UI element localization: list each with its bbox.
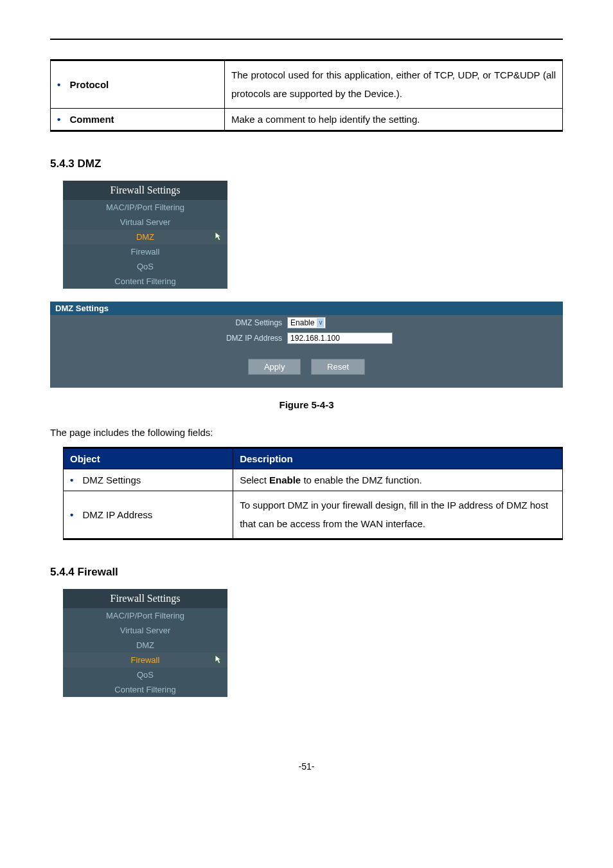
- bullet-icon: •: [57, 79, 67, 90]
- bullet-icon: •: [57, 114, 67, 125]
- menu-header: Firewall Settings: [63, 589, 227, 608]
- dmz-settings-select-value: Enable: [290, 318, 314, 327]
- page-top-rule: [50, 39, 563, 40]
- menu-item-content-filtering[interactable]: Content Filtering: [63, 274, 227, 289]
- row-label: • Protocol: [51, 60, 225, 109]
- row-label-text: DMZ Settings: [82, 475, 141, 485]
- menu-item-mac-ip-port-filtering[interactable]: MAC/IP/Port Filtering: [63, 608, 227, 623]
- bullet-icon: •: [70, 509, 80, 520]
- page-number: -51-: [50, 761, 563, 772]
- firewall-settings-menu: Firewall Settings MAC/IP/Port Filtering …: [63, 181, 227, 289]
- menu-item-dmz[interactable]: DMZ: [63, 230, 227, 244]
- row-desc: Make a comment to help identify the sett…: [224, 109, 562, 131]
- firewall-settings-menu-2: Firewall Settings MAC/IP/Port Filtering …: [63, 589, 227, 697]
- reset-button[interactable]: Reset: [311, 359, 365, 375]
- menu-item-qos[interactable]: QoS: [63, 667, 227, 682]
- menu-item-label: DMZ: [136, 232, 154, 242]
- apply-button[interactable]: Apply: [248, 359, 301, 375]
- figure-caption: Figure 5-4-3: [50, 399, 563, 410]
- row-label: • DMZ Settings: [64, 469, 233, 491]
- dmz-settings-select[interactable]: Enable v: [287, 317, 326, 329]
- row-label-text: DMZ IP Address: [82, 509, 152, 520]
- section-heading-firewall: 5.4.4 Firewall: [50, 566, 563, 579]
- dmz-ip-input[interactable]: 192.168.1.100: [287, 332, 393, 344]
- dmz-settings-panel: DMZ Settings DMZ Settings Enable v DMZ I…: [50, 302, 563, 388]
- row-desc: To support DMZ in your firewall design, …: [233, 491, 563, 539]
- row-desc: The protocol used for this application, …: [224, 60, 562, 109]
- menu-header: Firewall Settings: [63, 181, 227, 200]
- menu-item-label: Firewall: [131, 655, 160, 665]
- dmz-settings-label: DMZ Settings: [50, 318, 286, 327]
- section-heading-dmz: 5.4.3 DMZ: [50, 158, 563, 170]
- bullet-icon: •: [70, 475, 80, 485]
- chevron-down-icon: v: [317, 318, 324, 327]
- dmz-ip-label: DMZ IP Address: [50, 334, 286, 343]
- menu-item-virtual-server[interactable]: Virtual Server: [63, 623, 227, 638]
- menu-item-mac-ip-port-filtering[interactable]: MAC/IP/Port Filtering: [63, 200, 227, 215]
- menu-item-virtual-server[interactable]: Virtual Server: [63, 215, 227, 230]
- fields-intro: The page includes the following fields:: [50, 427, 563, 438]
- cursor-icon: [212, 654, 225, 667]
- row-label-text: Comment: [69, 114, 114, 125]
- menu-item-firewall[interactable]: Firewall: [63, 653, 227, 667]
- menu-item-firewall[interactable]: Firewall: [63, 244, 227, 259]
- col-header-object: Object: [64, 448, 233, 469]
- panel-title: DMZ Settings: [50, 302, 563, 315]
- cursor-icon: [212, 231, 225, 244]
- col-header-description: Description: [233, 448, 563, 469]
- menu-item-dmz[interactable]: DMZ: [63, 638, 227, 653]
- row-label: • DMZ IP Address: [64, 491, 233, 539]
- row-label-text: Protocol: [69, 79, 109, 90]
- menu-item-content-filtering[interactable]: Content Filtering: [63, 682, 227, 697]
- menu-item-qos[interactable]: QoS: [63, 259, 227, 274]
- row-desc: Select Enable to enable the DMZ function…: [233, 469, 563, 491]
- protocol-comment-table: • Protocol The protocol used for this ap…: [50, 59, 563, 132]
- object-description-table: Object Description • DMZ Settings Select…: [63, 447, 563, 540]
- row-label: • Comment: [51, 109, 225, 131]
